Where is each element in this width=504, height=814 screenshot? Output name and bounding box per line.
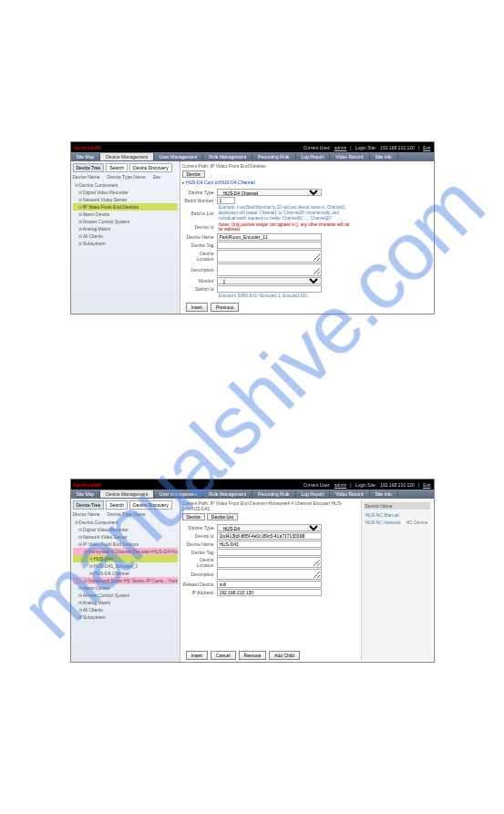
col-device-type: Device Type Name	[108, 174, 146, 180]
add-child-button[interactable]: Add Child	[269, 651, 300, 660]
input-device-tag[interactable]	[217, 242, 322, 249]
device-form: Device Type HUS-D4 Device Id Device Name…	[182, 524, 357, 596]
input-description[interactable]	[217, 569, 322, 580]
current-user[interactable]: admin	[334, 145, 347, 150]
device-list-tag[interactable]: Device List	[207, 513, 238, 520]
breadcrumb: Current Path: IP Video Front End Devices	[182, 163, 432, 169]
label-device-type: Device Type	[182, 525, 217, 531]
tab-device-tree[interactable]: Device Tree	[73, 163, 105, 172]
cancel-button[interactable]: Cancel	[211, 651, 236, 660]
nav-site-map[interactable]: Site Map	[71, 153, 101, 160]
previous-button[interactable]: Previous	[211, 303, 239, 312]
nav-role-management[interactable]: Role Management	[203, 490, 252, 498]
label-switch-id: Switch Id	[182, 286, 217, 292]
select-device-type[interactable]: HUS-D4	[217, 524, 322, 531]
tree-node[interactable]: Alarm Device	[73, 211, 178, 218]
exit-link[interactable]: Exit	[423, 145, 430, 150]
nav-device-management[interactable]: Device Management	[100, 490, 154, 498]
insert-button[interactable]: Insert	[186, 651, 209, 660]
tree-node[interactable]: All Clients	[73, 232, 178, 240]
tree-node-selected[interactable]: HUS-D41	[73, 555, 178, 562]
label-monitor: Monitor	[182, 278, 217, 283]
exit-link[interactable]: Exit	[423, 482, 430, 488]
tab-device-discovery[interactable]: Device Discovery	[129, 500, 172, 510]
topbar-right: Current User: admin | Login Site: 192.16…	[303, 145, 431, 150]
nav-log-report[interactable]: Log Report	[296, 153, 331, 160]
label-device-name: Device Name	[182, 541, 217, 547]
tree-node[interactable]: Analog Matrix	[73, 599, 178, 606]
label-baid-to-list: BaId to List	[182, 211, 217, 216]
label-device-tag: Device Tag	[182, 242, 217, 248]
input-device-name[interactable]	[217, 233, 322, 241]
input-device-tag[interactable]	[217, 549, 322, 556]
tree-node[interactable]: All Clients	[73, 606, 178, 613]
label-device-tag: Device Tag	[182, 550, 217, 555]
input-description[interactable]	[217, 263, 322, 276]
tree-node[interactable]: Honeywell 4 Channel Decoder>HUS-D4 Honey…	[73, 548, 178, 555]
input-ip-address[interactable]	[217, 589, 322, 596]
input-device-location[interactable]	[217, 250, 322, 263]
login-site-value: 192.168.210.120	[380, 145, 415, 150]
tree-node[interactable]: Subsystem	[73, 613, 178, 621]
nav-log-report[interactable]: Log Report	[296, 490, 331, 498]
tree-node[interactable]: Device Component	[73, 181, 178, 189]
tab-search[interactable]: Search	[106, 500, 128, 510]
tree-node[interactable]: Analog Matrix	[73, 225, 178, 232]
tab-search[interactable]: Search	[106, 163, 128, 172]
tab-device-tree[interactable]: Device Tree	[73, 500, 105, 510]
tree-node[interactable]: IP Video Front End Devices	[73, 541, 178, 548]
sidebar: Device Tree Search Device Discovery Devi…	[71, 161, 180, 314]
nav-site-info[interactable]: Site Info	[370, 153, 398, 160]
tree-node[interactable]: Alarm Device	[73, 584, 178, 592]
col-device-type: Device Type Name	[108, 511, 146, 517]
brand-logo: Honeywell	[74, 145, 101, 150]
tree-node[interactable]: Access Control System	[73, 218, 178, 225]
list-item[interactable]: HUS-NC NetworkNC Device	[364, 519, 430, 526]
tree-node[interactable]: Digital Video Recorder	[73, 526, 178, 533]
input-device-id[interactable]	[217, 532, 322, 540]
tree-node[interactable]: HUS-D41_Encoder_1	[73, 562, 178, 570]
nav-user-management[interactable]: User Management	[154, 153, 203, 160]
tree-node[interactable]: Network Video Server	[73, 196, 178, 203]
list-item[interactable]: HUS-NC Manual	[364, 511, 430, 519]
insert-button[interactable]: Insert	[186, 303, 209, 312]
label-device-type: Device Type	[182, 190, 217, 195]
device-tag[interactable]: Device	[182, 170, 205, 178]
tree-node[interactable]: Device Component	[73, 519, 178, 526]
device-link[interactable]: HUS-D4.Com id:HUS-D4 Channel	[182, 180, 432, 185]
tree-node[interactable]: Network Video Server	[73, 533, 178, 541]
nav-video-record[interactable]: Video Record	[330, 490, 369, 498]
col-dev: Dev	[153, 174, 161, 180]
tree-node[interactable]: Access Control System	[73, 592, 178, 599]
current-user[interactable]: admin	[334, 482, 347, 488]
tree-node[interactable]: Honeywell Super HD Series IP Cams... Hon…	[73, 577, 178, 584]
tab-device-discovery[interactable]: Device Discovery	[129, 163, 172, 172]
tree-node[interactable]: Subsystem	[73, 240, 178, 247]
remove-button[interactable]: Remove	[239, 651, 267, 660]
nav-device-management[interactable]: Device Management	[100, 153, 154, 160]
select-monitor[interactable]: 1	[217, 277, 322, 284]
topbar-right: Current User: admin | Login Site: 192.16…	[303, 482, 431, 488]
nav-site-info[interactable]: Site Info	[370, 490, 398, 498]
nav-recording-rule[interactable]: Recording Rule	[252, 153, 295, 160]
nav-video-record[interactable]: Video Record	[330, 153, 369, 160]
nav-site-map[interactable]: Site Map	[71, 490, 101, 498]
input-switch-id[interactable]	[217, 285, 322, 293]
input-batch-number[interactable]	[217, 197, 235, 204]
input-device-name[interactable]	[217, 541, 322, 548]
nav-user-management[interactable]: User Management	[154, 490, 203, 498]
input-device-location[interactable]	[217, 557, 322, 568]
label-device-name: Device Name	[182, 234, 217, 240]
main-nav: Site Map Device Management User Manageme…	[71, 152, 434, 161]
hint-switch: Encoder's SWID:EX1->Encode1:1, Encode2:1…	[219, 294, 311, 299]
tree-node[interactable]: HUS-D4 Channel	[73, 570, 178, 577]
device-tag[interactable]: Device	[182, 513, 205, 520]
input-related-device[interactable]	[217, 581, 322, 588]
select-device-type[interactable]: HUS-D4 Channel	[217, 189, 322, 196]
nav-role-management[interactable]: Role Management	[203, 153, 252, 160]
tree-node[interactable]: Digital Video Recorder	[73, 189, 178, 196]
main-content: Current Path: IP Video Front End Devices…	[180, 499, 434, 662]
hint-red: Notes: Only positive integer can appear …	[219, 222, 355, 233]
tree-node-selected[interactable]: IP Video Front End Devices	[73, 203, 178, 211]
nav-recording-rule[interactable]: Recording Rule	[252, 490, 295, 498]
